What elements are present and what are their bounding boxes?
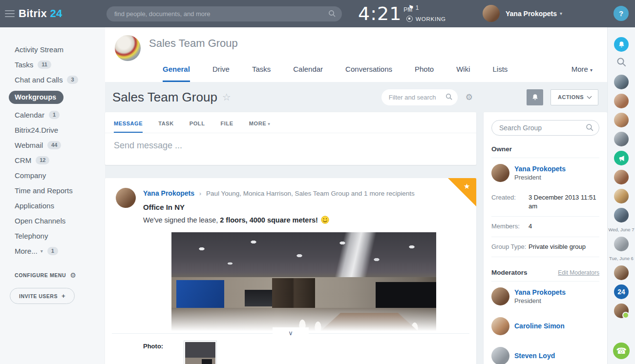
favorite-ribbon[interactable]: ★ bbox=[448, 178, 476, 206]
chat-contact-avatar[interactable] bbox=[614, 132, 629, 146]
plan-flag[interactable]: ⚑1 bbox=[408, 4, 419, 11]
feed-post: ★ Yana Prokopets › Paul Young, Monica Ha… bbox=[105, 178, 476, 364]
edit-moderators-link[interactable]: Edit Moderators bbox=[558, 269, 599, 276]
post-author-link[interactable]: Yana Prokopets bbox=[143, 189, 194, 197]
chat-contact-avatar[interactable] bbox=[614, 94, 629, 108]
global-search bbox=[106, 6, 342, 21]
sidebar-item-telephony[interactable]: Telephony bbox=[0, 228, 105, 243]
avatar[interactable] bbox=[491, 317, 509, 335]
badge: 1 bbox=[49, 111, 60, 119]
user-menu[interactable]: Yana Prokopets ▾ bbox=[483, 5, 562, 22]
moderator-name-link[interactable]: Caroline Simon bbox=[514, 322, 565, 330]
sidebar-item-webmail[interactable]: Webmail44 bbox=[0, 138, 105, 153]
chat-contact-avatar[interactable] bbox=[614, 113, 629, 127]
post-title: Office In NY bbox=[143, 203, 476, 211]
invite-users-button[interactable]: INVITE USERS+ bbox=[10, 288, 75, 304]
star-icon: ★ bbox=[464, 182, 470, 191]
composer-tab-file[interactable]: FILE bbox=[220, 121, 233, 133]
tab-general[interactable]: General bbox=[163, 65, 190, 82]
page-toolbar: Sales Team Group ☆ ⚙ ACTIONS bbox=[105, 82, 607, 112]
sidebar-item-workgroups[interactable]: Workgroups bbox=[0, 87, 105, 107]
notifications-button[interactable] bbox=[527, 89, 543, 105]
help-button[interactable]: ? bbox=[614, 6, 629, 21]
top-bar: Bitrix 24 4:21 PM ⚑1 WORKING Yana Prokop… bbox=[0, 0, 635, 27]
composer-tab-more[interactable]: MORE▾ bbox=[249, 121, 271, 133]
tab-more[interactable]: More▾ bbox=[572, 65, 593, 82]
moderator-name-link[interactable]: Steven Loyd bbox=[514, 352, 555, 360]
moderator-name-link[interactable]: Yana Prokopets bbox=[514, 288, 566, 296]
configure-menu-button[interactable]: CONFIGURE MENU⚙ bbox=[15, 271, 105, 279]
telephony-button[interactable]: ☎ bbox=[613, 343, 630, 359]
chat-date-label: Wed, June 7 bbox=[608, 227, 634, 232]
tab-tasks[interactable]: Tasks bbox=[252, 65, 271, 82]
notifications-button[interactable] bbox=[614, 37, 629, 52]
group-avatar[interactable] bbox=[115, 35, 141, 61]
global-search-input[interactable] bbox=[106, 6, 342, 21]
flag-icon: ⚑ bbox=[408, 4, 414, 11]
user-name: Yana Prokopets bbox=[506, 10, 557, 18]
sidebar-item-chat-and-calls[interactable]: Chat and Calls3 bbox=[0, 72, 105, 87]
send-message-input[interactable] bbox=[114, 141, 467, 151]
group-search bbox=[491, 120, 599, 136]
expand-post-button[interactable]: ∨ bbox=[273, 327, 309, 340]
working-status[interactable]: WORKING bbox=[406, 16, 446, 22]
bitrix24-chat-badge[interactable]: 24 bbox=[614, 284, 629, 299]
tab-calendar[interactable]: Calendar bbox=[293, 65, 323, 82]
owner-row: Yana Prokopets President bbox=[491, 158, 599, 188]
sidebar-item-drive[interactable]: Bitrix24.Drive bbox=[0, 122, 105, 138]
chat-contact-avatar[interactable] bbox=[614, 237, 629, 251]
chat-contact-avatar-online[interactable] bbox=[614, 303, 629, 318]
group-search-input[interactable] bbox=[491, 120, 599, 136]
hamburger-menu-icon[interactable] bbox=[5, 8, 15, 19]
chat-contact-avatar[interactable] bbox=[614, 208, 629, 222]
chevron-down-icon: ∨ bbox=[288, 329, 293, 337]
chat-contact-avatar[interactable] bbox=[614, 170, 629, 184]
favorite-star-icon[interactable]: ☆ bbox=[222, 91, 231, 103]
avatar[interactable] bbox=[491, 164, 509, 182]
post-recipients[interactable]: Paul Young, Monica Harrison, Sales Team … bbox=[206, 190, 415, 197]
chat-contact-avatar[interactable] bbox=[614, 75, 629, 89]
avatar[interactable] bbox=[491, 347, 509, 364]
bitrix24-logo[interactable]: Bitrix 24 bbox=[19, 7, 63, 20]
chat-contact-avatar[interactable] bbox=[614, 265, 629, 280]
office-wall-screens bbox=[171, 277, 436, 310]
sidebar-item-calendar[interactable]: Calendar1 bbox=[0, 107, 105, 122]
main-content: Sales Team Group General Drive Tasks Cal… bbox=[105, 27, 607, 364]
work-clock[interactable]: 4:21 PM bbox=[358, 3, 412, 24]
sidebar-item-company[interactable]: Company bbox=[0, 168, 105, 183]
sidebar-item-applications[interactable]: Applications bbox=[0, 198, 105, 213]
sidebar-item-tasks[interactable]: Tasks11 bbox=[0, 57, 105, 72]
sidebar-item-activity-stream[interactable]: Activity Stream bbox=[0, 42, 105, 57]
tab-photo[interactable]: Photo bbox=[415, 65, 434, 82]
actions-button[interactable]: ACTIONS bbox=[550, 89, 598, 105]
chat-contact-avatar[interactable] bbox=[614, 189, 629, 203]
composer-tab-task[interactable]: TASK bbox=[158, 121, 174, 133]
composer-tab-message[interactable]: MESSAGE bbox=[114, 121, 143, 133]
moderator-role: President bbox=[514, 297, 566, 304]
tab-drive[interactable]: Drive bbox=[212, 65, 230, 82]
sidebar-item-time-and-reports[interactable]: Time and Reports bbox=[0, 183, 105, 198]
announcements-chat-button[interactable] bbox=[614, 151, 629, 165]
page-title: Sales Team Group bbox=[112, 90, 217, 105]
chat-search-button[interactable] bbox=[616, 56, 627, 70]
sidebar-item-more[interactable]: More...▾1 bbox=[0, 243, 105, 259]
tab-conversations[interactable]: Conversations bbox=[345, 65, 392, 82]
avatar[interactable] bbox=[491, 287, 509, 305]
post-photo-office[interactable] bbox=[171, 232, 436, 333]
sidebar-item-crm[interactable]: CRM12 bbox=[0, 153, 105, 168]
owner-name-link[interactable]: Yana Prokopets bbox=[514, 165, 566, 173]
chevron-down-icon bbox=[587, 94, 592, 99]
avatar[interactable] bbox=[116, 188, 136, 208]
tab-lists[interactable]: Lists bbox=[493, 65, 508, 82]
badge: 12 bbox=[36, 156, 49, 164]
gear-icon[interactable]: ⚙ bbox=[466, 92, 473, 102]
tab-wiki[interactable]: Wiki bbox=[456, 65, 470, 82]
badge: 1 bbox=[47, 247, 58, 255]
moderator-row: Caroline Simon bbox=[491, 311, 599, 341]
composer-tab-poll[interactable]: POLL bbox=[190, 121, 205, 133]
sidebar-item-open-channels[interactable]: Open Channels bbox=[0, 213, 105, 228]
search-icon bbox=[445, 93, 453, 101]
photo-thumbnail[interactable] bbox=[184, 341, 217, 364]
group-header: Sales Team Group General Drive Tasks Cal… bbox=[105, 27, 607, 82]
photo-thumbnail-image bbox=[185, 342, 215, 364]
